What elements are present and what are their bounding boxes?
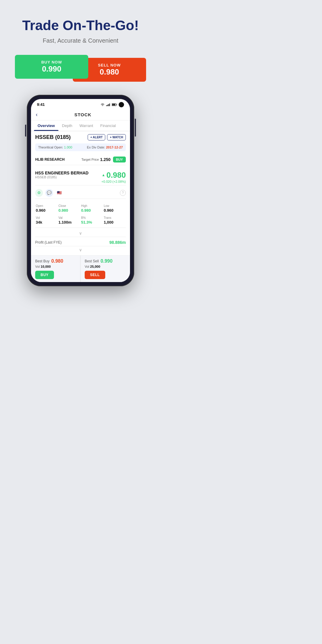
profit-expand-toggle[interactable]: ∨ xyxy=(35,246,126,253)
best-trade-bar: Best Buy 0.980 Vol 10,000 BUY Best Sell … xyxy=(31,255,130,282)
best-sell-row: Best Sell 0.990 xyxy=(85,258,126,264)
best-sell-vol-label: Vol xyxy=(85,265,89,268)
wifi-icon xyxy=(100,103,105,106)
signal-icon xyxy=(106,103,110,106)
stock-header: HSSEB (0185) + ALERT + WATCH xyxy=(35,134,126,140)
phone-screen: 9:41 xyxy=(31,99,130,282)
research-bar: HLIB RESEARCH Target Price 1.250 BUY xyxy=(35,154,126,165)
watch-button[interactable]: + WATCH xyxy=(107,134,126,140)
stat-trans: Trans 1,000 xyxy=(103,215,126,226)
phone-mockup: 9:41 xyxy=(27,95,134,286)
company-code: HSSEB (0185) xyxy=(35,175,89,179)
screen-content: HSSEB (0185) + ALERT + WATCH Theoritical… xyxy=(31,131,130,255)
research-firm: HLIB RESEARCH xyxy=(35,157,81,162)
company-name: HSS ENGINEERS BERHAD xyxy=(35,171,89,175)
best-buy-label: Best Buy xyxy=(35,259,49,263)
svg-rect-1 xyxy=(107,105,108,106)
stock-name: HSSEB (0185) xyxy=(35,134,71,140)
tab-warrant[interactable]: Warrant xyxy=(76,120,97,131)
stat-high: High 0.980 xyxy=(80,203,103,214)
open-label: Theoritical Open: xyxy=(38,145,63,149)
research-action-badge[interactable]: BUY xyxy=(113,157,126,162)
target-price: 1.250 xyxy=(100,157,111,162)
open-price: 1.000 xyxy=(64,145,72,149)
expand-collapse-toggle[interactable]: ∨ xyxy=(35,230,126,237)
status-time: 9:41 xyxy=(37,102,45,107)
buy-price: 0.990 xyxy=(42,64,61,74)
svg-rect-0 xyxy=(106,105,107,106)
profit-row: Profit (Last FYE) 98.886m xyxy=(35,237,126,246)
best-buy-vol-row: Vol 10,000 xyxy=(35,265,76,268)
nav-title: STOCK xyxy=(41,112,125,117)
theoretical-open: Theoritical Open: 1.000 xyxy=(38,145,72,149)
tabs-bar: Overview Depth Warrant Financial xyxy=(31,120,130,131)
best-sell-side: Best Sell 0.990 Vol 25,000 SELL xyxy=(80,256,130,282)
app-navigation: ‹ STOCK xyxy=(31,109,130,120)
best-buy-vol-label: Vol xyxy=(35,265,40,268)
flag-icon[interactable]: 🇲🇾 xyxy=(55,189,63,197)
sell-price: 0.980 xyxy=(100,67,119,77)
status-icons xyxy=(100,102,124,107)
profit-value: 98.886m xyxy=(109,240,126,245)
price-change: +0.020 (+2.08%) xyxy=(101,180,126,183)
alert-button[interactable]: + ALERT xyxy=(88,134,106,140)
svg-rect-5 xyxy=(112,104,115,106)
svg-rect-2 xyxy=(108,104,109,106)
svg-rect-3 xyxy=(109,103,110,106)
best-sell-label: Best Sell xyxy=(85,259,99,263)
best-buy-side: Best Buy 0.980 Vol 10,000 BUY xyxy=(31,256,80,282)
best-buy-row: Best Buy 0.980 xyxy=(35,258,76,264)
chat-icon[interactable]: 💬 xyxy=(45,189,53,197)
camera-notch xyxy=(119,102,124,107)
phone-power-button xyxy=(135,119,136,137)
stats-grid: Open 0.960 Close 0.980 High 0.980 Low 0.… xyxy=(35,201,126,228)
info-bar: Theoritical Open: 1.000 Ex Div Date: 201… xyxy=(35,143,126,151)
sell-trade-button[interactable]: SELL xyxy=(85,271,105,279)
phone-volume-button xyxy=(25,125,26,137)
best-buy-vol: 10,000 xyxy=(41,265,51,268)
stat-open: Open 0.960 xyxy=(35,203,58,214)
tab-overview[interactable]: Overview xyxy=(34,120,58,131)
sell-label: SELL NOW xyxy=(98,63,121,67)
settings-icon[interactable]: ⚙ xyxy=(35,189,43,197)
stock-price-block: HSS ENGINEERS BERHAD HSSEB (0185) ▲ 0.98… xyxy=(35,168,126,185)
div-date: 2017-12-27 xyxy=(106,145,123,149)
tab-depth[interactable]: Depth xyxy=(58,120,76,131)
svg-rect-6 xyxy=(117,104,117,105)
price-main: ▲ 0.980 xyxy=(101,171,126,180)
best-sell-vol-row: Vol 25,000 xyxy=(85,265,126,268)
buy-trade-button[interactable]: BUY xyxy=(35,271,54,279)
stat-val: Val 1.100m xyxy=(58,215,80,226)
stat-low: Low 0.960 xyxy=(103,203,126,214)
stat-vol: Vol 34k xyxy=(35,215,58,226)
price-info: ▲ 0.980 +0.020 (+2.08%) xyxy=(101,171,126,183)
company-info: HSS ENGINEERS BERHAD HSSEB (0185) xyxy=(35,171,89,179)
buy-label: BUY NOW xyxy=(41,60,62,64)
stat-bpct: B% 51.3% xyxy=(80,215,103,226)
battery-icon xyxy=(112,103,117,106)
stat-close: Close 0.980 xyxy=(58,203,80,214)
hero-title: Trade On-The-Go! xyxy=(22,18,139,33)
status-bar: 9:41 xyxy=(31,99,130,109)
back-button[interactable]: ‹ xyxy=(36,112,38,118)
buy-now-button[interactable]: BUY NOW 0.990 xyxy=(15,55,88,79)
div-label: Ex Div Date: xyxy=(87,145,105,149)
best-buy-price: 0.980 xyxy=(51,258,63,264)
help-icon[interactable]: ? xyxy=(120,190,126,196)
hero-subtitle: Fast, Accurate & Convenient xyxy=(43,37,118,44)
current-price: 0.980 xyxy=(106,171,126,180)
profit-label: Profit (Last FYE) xyxy=(35,240,62,244)
action-buttons: + ALERT + WATCH xyxy=(88,134,126,140)
price-arrow-icon: ▲ xyxy=(102,173,105,177)
action-icons-row: ⚙ 💬 🇲🇾 ? xyxy=(35,187,126,199)
ex-div-date: Ex Div Date: 2017-12-27 xyxy=(87,145,123,149)
trade-buttons-container: BUY NOW 0.990 SELL NOW 0.980 xyxy=(15,55,146,82)
tab-financial[interactable]: Financial xyxy=(97,120,119,131)
best-sell-vol: 25,000 xyxy=(90,265,100,268)
target-label: Target Price xyxy=(81,158,99,161)
best-sell-price: 0.990 xyxy=(100,258,112,264)
